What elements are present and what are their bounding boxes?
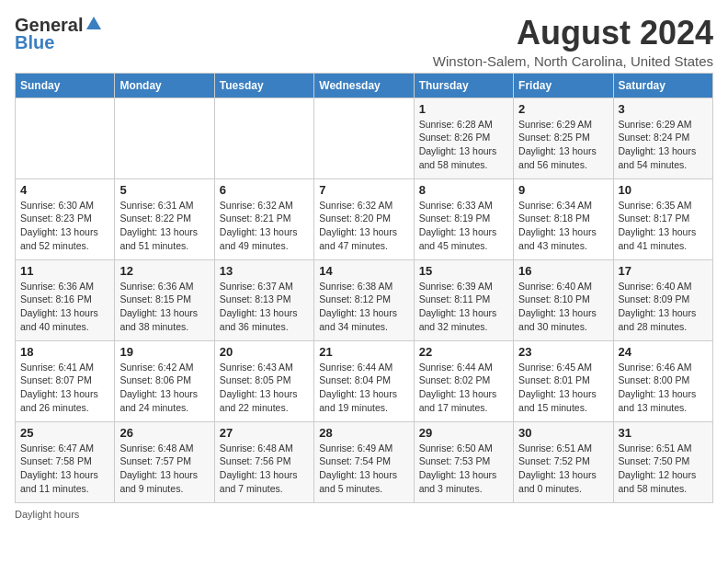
day-info: Sunrise: 6:48 AM Sunset: 7:57 PM Dayligh…: [119, 442, 209, 496]
calendar-cell: 19Sunrise: 6:42 AM Sunset: 8:06 PM Dayli…: [115, 340, 214, 421]
day-info: Sunrise: 6:40 AM Sunset: 8:10 PM Dayligh…: [518, 280, 608, 334]
calendar-cell: 7Sunrise: 6:32 AM Sunset: 8:20 PM Daylig…: [314, 178, 414, 259]
day-number: 14: [319, 264, 408, 278]
day-number: 13: [220, 264, 309, 278]
calendar-cell: 27Sunrise: 6:48 AM Sunset: 7:56 PM Dayli…: [214, 421, 313, 502]
calendar-cell: 2Sunrise: 6:29 AM Sunset: 8:25 PM Daylig…: [514, 98, 613, 178]
day-number: 26: [119, 426, 209, 440]
calendar-week-row: 25Sunrise: 6:47 AM Sunset: 7:58 PM Dayli…: [16, 421, 713, 502]
day-info: Sunrise: 6:41 AM Sunset: 8:07 PM Dayligh…: [20, 361, 109, 415]
day-number: 28: [319, 426, 408, 440]
calendar-header-cell: Friday: [514, 73, 613, 98]
day-info: Sunrise: 6:38 AM Sunset: 8:12 PM Dayligh…: [319, 280, 408, 334]
day-info: Sunrise: 6:44 AM Sunset: 8:02 PM Dayligh…: [419, 361, 508, 415]
calendar-cell: 15Sunrise: 6:39 AM Sunset: 8:11 PM Dayli…: [414, 259, 513, 340]
day-info: Sunrise: 6:42 AM Sunset: 8:06 PM Dayligh…: [119, 361, 209, 415]
day-info: Sunrise: 6:50 AM Sunset: 7:53 PM Dayligh…: [419, 442, 508, 496]
calendar-cell: 24Sunrise: 6:46 AM Sunset: 8:00 PM Dayli…: [613, 340, 712, 421]
calendar-cell: [314, 98, 414, 178]
day-info: Sunrise: 6:33 AM Sunset: 8:19 PM Dayligh…: [419, 199, 508, 253]
day-info: Sunrise: 6:40 AM Sunset: 8:09 PM Dayligh…: [619, 280, 708, 334]
calendar-cell: [214, 98, 313, 178]
logo-blue: Blue: [15, 32, 54, 53]
calendar-header-cell: Monday: [115, 73, 214, 98]
day-info: Sunrise: 6:44 AM Sunset: 8:04 PM Dayligh…: [319, 361, 408, 415]
day-number: 29: [419, 426, 508, 440]
day-number: 12: [119, 264, 209, 278]
calendar-cell: 26Sunrise: 6:48 AM Sunset: 7:57 PM Dayli…: [115, 421, 214, 502]
calendar-cell: 28Sunrise: 6:49 AM Sunset: 7:54 PM Dayli…: [314, 421, 414, 502]
month-title: August 2024: [433, 15, 713, 52]
day-info: Sunrise: 6:32 AM Sunset: 8:21 PM Dayligh…: [220, 199, 309, 253]
footer-note: Daylight hours: [15, 509, 713, 520]
day-info: Sunrise: 6:37 AM Sunset: 8:13 PM Dayligh…: [220, 280, 309, 334]
day-number: 27: [220, 426, 309, 440]
calendar-cell: 25Sunrise: 6:47 AM Sunset: 7:58 PM Dayli…: [16, 421, 115, 502]
calendar-cell: [115, 98, 214, 178]
day-info: Sunrise: 6:51 AM Sunset: 7:50 PM Dayligh…: [619, 442, 708, 496]
day-number: 22: [419, 345, 508, 359]
calendar-cell: 16Sunrise: 6:40 AM Sunset: 8:10 PM Dayli…: [514, 259, 613, 340]
day-number: 1: [419, 102, 508, 116]
day-number: 17: [619, 264, 708, 278]
calendar-cell: 29Sunrise: 6:50 AM Sunset: 7:53 PM Dayli…: [414, 421, 513, 502]
calendar-cell: 3Sunrise: 6:29 AM Sunset: 8:24 PM Daylig…: [613, 98, 712, 178]
day-number: 10: [619, 183, 708, 197]
calendar-week-row: 4Sunrise: 6:30 AM Sunset: 8:23 PM Daylig…: [16, 178, 713, 259]
day-info: Sunrise: 6:49 AM Sunset: 7:54 PM Dayligh…: [319, 442, 408, 496]
day-info: Sunrise: 6:51 AM Sunset: 7:52 PM Dayligh…: [518, 442, 608, 496]
day-number: 8: [419, 183, 508, 197]
day-info: Sunrise: 6:36 AM Sunset: 8:15 PM Dayligh…: [119, 280, 209, 334]
day-number: 20: [220, 345, 309, 359]
calendar-header-cell: Tuesday: [214, 73, 313, 98]
day-number: 3: [619, 102, 708, 116]
calendar-cell: 18Sunrise: 6:41 AM Sunset: 8:07 PM Dayli…: [16, 340, 115, 421]
calendar-cell: 9Sunrise: 6:34 AM Sunset: 8:18 PM Daylig…: [514, 178, 613, 259]
day-number: 15: [419, 264, 508, 278]
day-number: 7: [319, 183, 408, 197]
day-number: 18: [20, 345, 109, 359]
calendar-cell: 10Sunrise: 6:35 AM Sunset: 8:17 PM Dayli…: [613, 178, 712, 259]
calendar-header-cell: Saturday: [613, 73, 712, 98]
calendar-cell: 21Sunrise: 6:44 AM Sunset: 8:04 PM Dayli…: [314, 340, 414, 421]
day-info: Sunrise: 6:48 AM Sunset: 7:56 PM Dayligh…: [220, 442, 309, 496]
day-number: 9: [518, 183, 608, 197]
day-number: 6: [220, 183, 309, 197]
calendar-cell: 23Sunrise: 6:45 AM Sunset: 8:01 PM Dayli…: [514, 340, 613, 421]
calendar-cell: 20Sunrise: 6:43 AM Sunset: 8:05 PM Dayli…: [214, 340, 313, 421]
calendar-week-row: 11Sunrise: 6:36 AM Sunset: 8:16 PM Dayli…: [16, 259, 713, 340]
day-number: 5: [119, 183, 209, 197]
day-info: Sunrise: 6:46 AM Sunset: 8:00 PM Dayligh…: [619, 361, 708, 415]
calendar-header-cell: Thursday: [414, 73, 513, 98]
calendar-week-row: 1Sunrise: 6:28 AM Sunset: 8:26 PM Daylig…: [16, 98, 713, 178]
day-number: 16: [518, 264, 608, 278]
day-number: 4: [20, 183, 109, 197]
day-info: Sunrise: 6:28 AM Sunset: 8:26 PM Dayligh…: [419, 118, 508, 172]
day-info: Sunrise: 6:30 AM Sunset: 8:23 PM Dayligh…: [20, 199, 109, 253]
title-area: August 2024 Winston-Salem, North Carolin…: [433, 15, 713, 69]
logo: General Blue: [15, 15, 103, 53]
calendar-cell: 31Sunrise: 6:51 AM Sunset: 7:50 PM Dayli…: [613, 421, 712, 502]
calendar-cell: 12Sunrise: 6:36 AM Sunset: 8:15 PM Dayli…: [115, 259, 214, 340]
calendar-cell: 11Sunrise: 6:36 AM Sunset: 8:16 PM Dayli…: [16, 259, 115, 340]
day-info: Sunrise: 6:32 AM Sunset: 8:20 PM Dayligh…: [319, 199, 408, 253]
calendar-body: 1Sunrise: 6:28 AM Sunset: 8:26 PM Daylig…: [16, 98, 713, 502]
header: General Blue August 2024 Winston-Salem, …: [15, 15, 713, 69]
day-info: Sunrise: 6:34 AM Sunset: 8:18 PM Dayligh…: [518, 199, 608, 253]
calendar-cell: 22Sunrise: 6:44 AM Sunset: 8:02 PM Dayli…: [414, 340, 513, 421]
calendar-cell: 17Sunrise: 6:40 AM Sunset: 8:09 PM Dayli…: [613, 259, 712, 340]
day-number: 23: [518, 345, 608, 359]
day-number: 30: [518, 426, 608, 440]
calendar-cell: 1Sunrise: 6:28 AM Sunset: 8:26 PM Daylig…: [414, 98, 513, 178]
svg-marker-0: [86, 17, 101, 29]
day-info: Sunrise: 6:47 AM Sunset: 7:58 PM Dayligh…: [20, 442, 109, 496]
day-number: 21: [319, 345, 408, 359]
day-info: Sunrise: 6:45 AM Sunset: 8:01 PM Dayligh…: [518, 361, 608, 415]
day-number: 25: [20, 426, 109, 440]
day-number: 11: [20, 264, 109, 278]
day-number: 19: [119, 345, 209, 359]
day-info: Sunrise: 6:29 AM Sunset: 8:25 PM Dayligh…: [518, 118, 608, 172]
day-info: Sunrise: 6:36 AM Sunset: 8:16 PM Dayligh…: [20, 280, 109, 334]
day-number: 24: [619, 345, 708, 359]
calendar-week-row: 18Sunrise: 6:41 AM Sunset: 8:07 PM Dayli…: [16, 340, 713, 421]
